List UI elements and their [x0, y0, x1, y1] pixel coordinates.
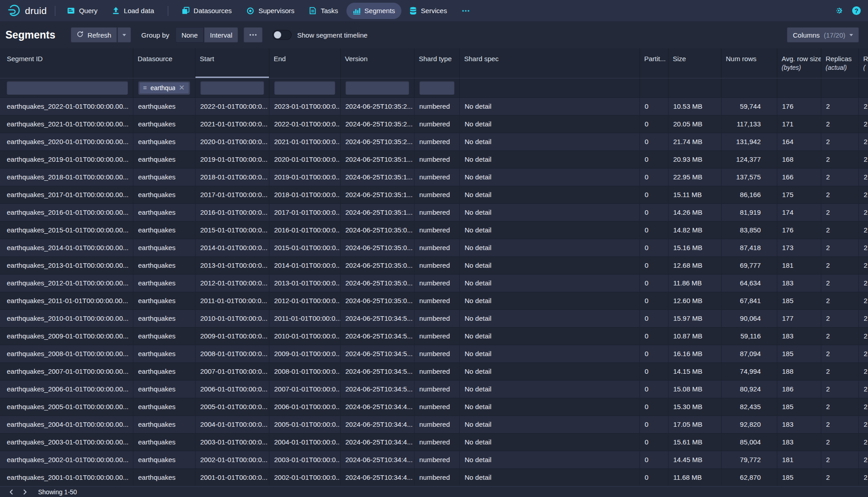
more-options-button[interactable] — [244, 27, 263, 43]
cell: 2 — [858, 468, 868, 486]
column-header-avg-row-size[interactable]: Avg. row size(bytes) — [777, 48, 821, 78]
remove-filter-icon[interactable]: ✕ — [179, 84, 185, 92]
cell: 183 — [777, 433, 821, 451]
cell: 2 — [821, 292, 858, 309]
cell: earthquakes_2003-01-01T00:00:00.00... — [0, 433, 133, 451]
cell: numbered — [414, 292, 459, 309]
column-header-segment-id[interactable]: Segment ID — [0, 48, 133, 78]
column-header-end[interactable]: End — [269, 48, 340, 78]
refresh-dropdown-button[interactable] — [117, 27, 131, 43]
cell: 2 — [821, 274, 858, 292]
cell: 183 — [777, 327, 821, 345]
table-row[interactable]: earthquakes_2013-01-01T00:00:00.00...ear… — [0, 256, 868, 274]
nav-item-segments[interactable]: Segments — [346, 3, 402, 19]
group-by-option-none[interactable]: None — [176, 27, 204, 43]
table-row[interactable]: earthquakes_2001-01-01T00:00:00.00...ear… — [0, 468, 868, 486]
column-header-num-rows[interactable]: Num rows — [721, 48, 777, 78]
cell: earthquakes — [133, 433, 195, 451]
cell: earthquakes_2014-01-01T00:00:00.00... — [0, 239, 133, 256]
table-row[interactable]: earthquakes_2015-01-01T00:00:00.00...ear… — [0, 221, 868, 239]
column-header-r[interactable]: R( — [858, 48, 868, 78]
filter-input[interactable] — [419, 81, 454, 95]
nav-item-supervisors[interactable]: Supervisors — [240, 3, 301, 19]
nav-divider — [55, 6, 55, 16]
table-row[interactable]: earthquakes_2022-01-01T00:00:00.00...ear… — [0, 97, 868, 115]
table-row[interactable]: earthquakes_2007-01-01T00:00:00.00...ear… — [0, 362, 868, 380]
table-row[interactable]: earthquakes_2021-01-01T00:00:00.00...ear… — [0, 115, 868, 133]
table-row[interactable]: earthquakes_2002-01-01T00:00:00.00...ear… — [0, 451, 868, 468]
refresh-button[interactable]: Refresh — [71, 27, 117, 43]
druid-logo-icon — [7, 4, 21, 18]
load-data-icon — [112, 7, 120, 14]
table-row[interactable]: earthquakes_2008-01-01T00:00:00.00...ear… — [0, 345, 868, 362]
nav-item-services[interactable]: Services — [403, 3, 454, 19]
table-row[interactable]: earthquakes_2006-01-01T00:00:00.00...ear… — [0, 380, 868, 398]
filter-input-datasource[interactable]: =earthquake✕ — [138, 81, 190, 95]
filter-input[interactable] — [346, 81, 409, 95]
table-row[interactable]: earthquakes_2009-01-01T00:00:00.00...ear… — [0, 327, 868, 345]
nav-item-query[interactable]: Query — [61, 3, 104, 19]
cell: earthquakes — [133, 309, 195, 327]
column-header-shard-spec[interactable]: Shard spec — [459, 48, 639, 78]
cell: 2018-01-01T00:00:0... — [269, 186, 340, 203]
table-row[interactable]: earthquakes_2020-01-01T00:00:00.00...ear… — [0, 133, 868, 150]
cell: 62,870 — [721, 468, 777, 486]
druid-logo[interactable]: druid — [7, 4, 47, 18]
cell: 186 — [777, 380, 821, 398]
column-header-start[interactable]: Start — [195, 48, 269, 78]
table-row[interactable]: earthquakes_2017-01-01T00:00:00.00...ear… — [0, 186, 868, 203]
column-header-partit-[interactable]: Partit... — [639, 48, 668, 78]
table-row[interactable]: earthquakes_2005-01-01T00:00:00.00...ear… — [0, 398, 868, 415]
table-row[interactable]: earthquakes_2014-01-01T00:00:00.00...ear… — [0, 239, 868, 256]
segment-timeline-toggle[interactable] — [273, 30, 292, 40]
cell: 15.97 MB — [668, 309, 721, 327]
filter-chip[interactable]: =earthquake✕ — [140, 82, 189, 93]
cell: 14.15 MB — [668, 362, 721, 380]
column-header-size[interactable]: Size — [668, 48, 721, 78]
cell: 22.95 MB — [668, 168, 721, 186]
table-row[interactable]: earthquakes_2016-01-01T00:00:00.00...ear… — [0, 203, 868, 221]
cell: 2017-01-01T00:00:0... — [269, 203, 340, 221]
column-header-replicas[interactable]: Replicas(actual) — [821, 48, 858, 78]
cell: 0 — [639, 97, 668, 115]
table-row[interactable]: earthquakes_2012-01-01T00:00:00.00...ear… — [0, 274, 868, 292]
cell: 85,004 — [721, 433, 777, 451]
filter-input[interactable] — [274, 81, 335, 95]
cell: 79,772 — [721, 451, 777, 468]
table-row[interactable]: earthquakes_2019-01-01T00:00:00.00...ear… — [0, 150, 868, 168]
help-icon[interactable]: ? — [852, 6, 861, 15]
table-row[interactable]: earthquakes_2010-01-01T00:00:00.00...ear… — [0, 309, 868, 327]
column-header-shard-type[interactable]: Shard type — [414, 48, 459, 78]
cell: earthquakes — [133, 133, 195, 150]
nav-item-tasks[interactable]: Tasks — [302, 3, 344, 19]
columns-button[interactable]: Columns (17/20) — [787, 27, 859, 43]
filter-input[interactable] — [200, 81, 264, 95]
previous-page-button[interactable] — [5, 487, 18, 497]
nav-item-more[interactable] — [455, 3, 476, 19]
column-header-version[interactable]: Version — [340, 48, 414, 78]
next-page-button[interactable] — [18, 487, 32, 497]
cell: earthquakes_2004-01-01T00:00:00.00... — [0, 415, 133, 433]
filter-input[interactable] — [7, 81, 128, 95]
cell: 11.68 MB — [668, 468, 721, 486]
group-by-option-interval[interactable]: Interval — [204, 27, 238, 43]
settings-gear-icon[interactable] — [834, 6, 843, 15]
cell: 59,744 — [721, 97, 777, 115]
cell: 0 — [639, 221, 668, 239]
cell: 2021-01-01T00:00:0... — [195, 115, 269, 133]
cell: 2024-06-25T10:35:1... — [340, 150, 414, 168]
cell: earthquakes_2006-01-01T00:00:00.00... — [0, 380, 133, 398]
table-row[interactable]: earthquakes_2011-01-01T00:00:00.00...ear… — [0, 292, 868, 309]
cell: 183 — [777, 274, 821, 292]
table-row[interactable]: earthquakes_2004-01-01T00:00:00.00...ear… — [0, 415, 868, 433]
nav-item-load-data[interactable]: Load data — [106, 3, 161, 19]
cell: 11.86 MB — [668, 274, 721, 292]
cell: 2006-01-01T00:00:0... — [269, 398, 340, 415]
column-header-datasource[interactable]: Datasource — [133, 48, 195, 78]
table-row[interactable]: earthquakes_2018-01-01T00:00:00.00...ear… — [0, 168, 868, 186]
cell: earthquakes — [133, 380, 195, 398]
nav-item-datasources[interactable]: Datasources — [176, 3, 238, 19]
cell: No detail — [459, 150, 639, 168]
table-row[interactable]: earthquakes_2003-01-01T00:00:00.00...ear… — [0, 433, 868, 451]
cell: No detail — [459, 221, 639, 239]
